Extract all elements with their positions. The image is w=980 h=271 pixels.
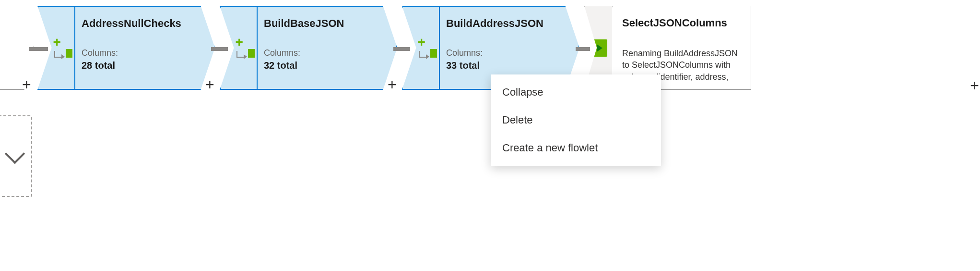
columns-value: 28 total	[82, 60, 197, 71]
node-title: BuildAddressJSON	[446, 17, 562, 30]
dataflow-canvas[interactable]: + + AddressNullChecks Columns: 28 total …	[0, 0, 980, 271]
derived-column-icon: +	[53, 39, 71, 57]
node-title: BuildBaseJSON	[264, 17, 379, 30]
context-menu: Collapse Delete Create a new flowlet	[491, 74, 661, 166]
select-icon	[590, 39, 607, 57]
context-menu-create-flowlet[interactable]: Create a new flowlet	[491, 134, 661, 162]
columns-label: Columns:	[82, 48, 197, 58]
derived-column-icon: +	[418, 39, 435, 57]
add-step-button[interactable]: +	[205, 76, 214, 94]
columns-label: Columns:	[446, 48, 562, 58]
context-menu-collapse[interactable]: Collapse	[491, 78, 661, 106]
divider	[257, 7, 258, 89]
chevron-down-icon	[5, 144, 25, 164]
divider	[439, 7, 440, 89]
node-build-base-json[interactable]: + BuildBaseJSON Columns: 32 total	[220, 6, 397, 90]
add-step-button[interactable]: +	[22, 76, 31, 94]
columns-value: 33 total	[446, 60, 562, 71]
add-step-button[interactable]: +	[970, 77, 979, 95]
columns-label: Columns:	[264, 48, 379, 58]
add-step-button[interactable]: +	[388, 76, 397, 94]
context-menu-delete[interactable]: Delete	[491, 106, 661, 134]
derived-column-icon: +	[236, 39, 253, 57]
node-title: AddressNullChecks	[82, 17, 197, 30]
divider	[74, 7, 75, 89]
collapsed-branch-placeholder[interactable]	[0, 115, 32, 197]
node-title: SelectJSONColumns	[622, 17, 746, 29]
node-address-null-checks[interactable]: + AddressNullChecks Columns: 28 total	[37, 6, 215, 90]
columns-value: 32 total	[264, 60, 379, 71]
connector	[576, 47, 590, 51]
